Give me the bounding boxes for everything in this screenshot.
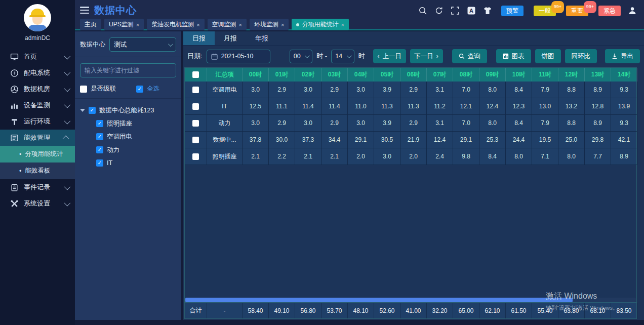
tree-node-动力[interactable]: ✓ 动力 [80,143,176,156]
header-title-row: 数据中心 A 预警 一般 99+ 重要 99+ 紧急 [75,0,644,18]
tree-node-IT[interactable]: ✓ IT [80,156,176,170]
svg-text:A: A [469,8,473,14]
value-cell: 3.1 [427,115,453,132]
table-footer-row: 合计-58.4049.1056.8053.7048.1052.6041.0032… [185,302,636,318]
query-button[interactable]: 查询 [452,49,487,63]
report-tab-月报[interactable]: 月报 [215,31,246,45]
window-tab-柴油发电机监测[interactable]: 柴油发电机监测 × [147,19,204,30]
sidebar-item-事件记录[interactable]: 事件记录 [0,179,75,195]
column-header: 05时 [374,68,400,82]
sidebar-item-系统设置[interactable]: 系统设置 [0,195,75,212]
horizontal-scrollbar [185,298,636,302]
hour-from-select[interactable]: 00 [290,50,312,63]
footer-label: 合计 [185,303,207,318]
close-icon[interactable]: × [136,22,139,28]
report-tab-日报[interactable]: 日报 [183,31,215,45]
alarm-button-一般[interactable]: 一般 99+ [534,6,556,16]
export-button[interactable]: 导出 [605,49,640,63]
keyword-filter-input[interactable]: 输入关键字进行过滤 [80,63,176,77]
chevron-down-icon [64,53,71,59]
footer-value-cell: 83.50 [611,303,637,318]
chevron-down-icon [64,117,71,124]
close-icon[interactable]: × [341,22,344,28]
next-day-button[interactable]: 下一日 › [410,49,443,63]
value-cell: 11.2 [427,98,453,115]
row-checkbox[interactable] [192,153,199,160]
sidebar-subitem-能效看板[interactable]: •能效看板 [0,162,75,179]
close-icon[interactable]: × [239,22,242,28]
tree-node-checkbox[interactable]: ✓ [96,120,103,127]
alarm-button-紧急[interactable]: 紧急 [598,6,621,16]
value-cell: 29.8 [585,132,611,148]
fullscreen-icon[interactable] [451,6,460,15]
datacenter-select[interactable]: 测试 [109,37,176,52]
sidebar-item-能效管理[interactable]: 能效管理 [0,130,75,146]
window-tab-主页[interactable]: 主页 [80,19,101,30]
value-cell: 13.2 [558,98,585,115]
pie-chart-button[interactable]: 饼图 [535,49,561,63]
prev-day-button[interactable]: ‹ 上一日 [373,49,406,63]
tree-root-node[interactable]: ✓ 数据中心总能耗123 [80,104,176,117]
compare-button[interactable]: 同环比 [565,49,597,63]
cascade-checkbox[interactable] [80,86,87,93]
tree-node-空调用电[interactable]: ✓ 空调用电 [80,130,176,143]
column-header: 06时 [400,68,427,82]
tree-expand-caret-icon[interactable] [80,109,85,112]
sidebar-item-数据机房[interactable]: 数据机房 [0,81,75,97]
tree-node-checkbox[interactable]: ✓ [96,159,103,167]
sidebar-item-配电系统[interactable]: 配电系统 [0,65,75,81]
user-avatar[interactable] [24,4,51,31]
date-picker[interactable]: 2021-05-10 [207,50,270,63]
value-cell: 8.8 [558,82,585,98]
alarm-button-重要[interactable]: 重要 99+ [566,6,588,16]
event-log-icon [10,183,19,192]
row-checkbox[interactable] [192,103,199,110]
tree-node-照明插座[interactable]: ✓ 照明插座 [80,117,176,130]
user-icon[interactable] [628,6,637,15]
menu-toggle-icon[interactable] [80,7,89,14]
alarm-button-预警[interactable]: 预警 [501,6,524,16]
window-tab-分项用能统计[interactable]: 分项用能统计 × [292,19,348,30]
column-header: 14时 [611,68,637,82]
row-checkbox[interactable] [192,120,199,127]
tree-node-checkbox[interactable]: ✓ [96,133,103,140]
report-tab-年报[interactable]: 年报 [246,31,277,45]
footer-value-cell: 56.80 [295,303,321,318]
scrollbar-thumb[interactable] [185,298,573,302]
bullet-icon: • [19,168,21,175]
header: 数据中心 A 预警 一般 99+ 重要 99+ 紧急 主页 [75,0,644,30]
tree-node-checkbox[interactable]: ✓ [96,146,103,153]
tree-root-checkbox[interactable]: ✓ [89,107,96,114]
window-tab-UPS监测[interactable]: UPS监测 × [104,19,144,30]
alarm-buttons: 预警 一般 99+ 重要 99+ 紧急 [501,6,621,16]
translate-icon[interactable]: A [467,6,476,15]
sidebar-item-首页[interactable]: 首页 [0,49,75,65]
value-cell: 12.4 [427,132,453,148]
sidebar-item-运行环境[interactable]: 运行环境 [0,113,75,130]
chart-button[interactable]: 图表 [496,49,531,63]
window-tab-环境监测[interactable]: 环境监测 × [250,19,289,30]
column-header: 12时 [558,68,585,82]
refresh-icon[interactable] [434,6,444,15]
window-tab-空调监测[interactable]: 空调监测 × [208,19,247,30]
theme-shirt-icon[interactable] [483,6,492,15]
sidebar-subitem-分项用能统计[interactable]: •分项用能统计 [0,146,75,162]
value-cell: 8.9 [585,82,611,98]
sidebar-item-设备监测[interactable]: 设备监测 [0,97,75,113]
username: adminDC [0,34,75,42]
hour-to-select[interactable]: 14 [331,50,354,63]
search-icon[interactable] [418,6,427,15]
select-all-rows-checkbox[interactable] [192,71,199,78]
row-checkbox[interactable] [192,87,199,93]
select-all-checkbox[interactable]: ✓ [136,86,143,93]
footer-value-cell: 55.40 [532,303,558,318]
value-cell: 8.4 [506,115,532,132]
energy-management-icon [10,134,19,142]
row-checkbox[interactable] [192,137,199,143]
header-checkbox-cell [185,68,207,82]
sidebar: adminDC 首页 配电系统 数据机房 设备监测 运行环境 能效管理 •分项用… [0,0,75,325]
value-cell: 34.4 [321,132,348,148]
close-icon[interactable]: × [196,22,199,28]
row-label: 动力 [207,115,243,132]
close-icon[interactable]: × [281,22,284,28]
